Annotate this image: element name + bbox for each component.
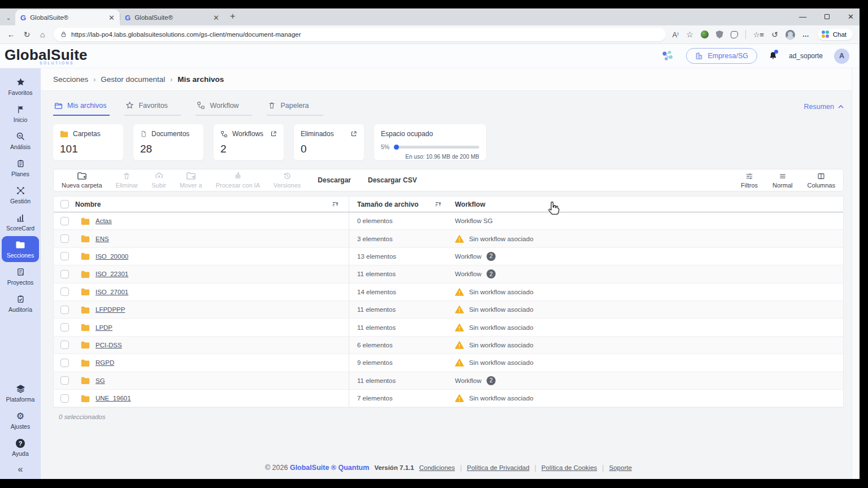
url-text: https://lab-po4.labs.globalsuitesolution… <box>71 31 301 38</box>
more-options-icon[interactable]: … <box>802 30 810 38</box>
folder-link[interactable]: ISO_22301 <box>96 271 128 277</box>
sidebar-item-scorecard[interactable]: ScoreCard <box>2 209 39 235</box>
tab-papelera[interactable]: Papelera <box>267 101 323 116</box>
row-checkbox[interactable] <box>60 323 69 332</box>
row-checkbox[interactable] <box>60 252 69 260</box>
folder-icon <box>81 271 90 278</box>
sidebar-item-secciones[interactable]: Secciones <box>2 236 39 262</box>
back-icon[interactable]: ← <box>7 30 16 39</box>
sidebar-item-auditoria[interactable]: Auditoría <box>2 290 39 316</box>
link-privacidad[interactable]: Política de Privacidad <box>467 464 530 471</box>
upload-button[interactable]: Subir <box>151 172 166 189</box>
breadcrumb-secciones[interactable]: Secciones <box>53 75 88 84</box>
move-to-button[interactable]: Mover a <box>180 172 202 189</box>
folder-link[interactable]: ISO_20000 <box>96 253 128 260</box>
folder-link[interactable]: SG <box>96 377 105 384</box>
apps-cluster-icon[interactable] <box>660 49 675 63</box>
new-tab-button[interactable]: + <box>230 11 235 21</box>
sidebar-item-proyectos[interactable]: Proyectos <box>2 263 39 289</box>
tab-workflow[interactable]: Workflow <box>196 101 252 116</box>
favorite-star-icon[interactable]: ☆ <box>686 30 693 39</box>
folder-link[interactable]: UNE_19601 <box>96 395 131 402</box>
browser-profile-avatar[interactable] <box>785 30 795 40</box>
column-header-tamano[interactable]: Tamaño de archivo <box>357 201 418 208</box>
notifications-bell-icon[interactable] <box>769 51 778 61</box>
folder-link[interactable]: ENS <box>96 236 109 242</box>
cloud-upload-icon <box>154 172 164 180</box>
scrollbar[interactable] <box>852 68 860 479</box>
row-checkbox[interactable] <box>60 394 69 403</box>
browser-tab-2[interactable]: G GlobalSuite® ✕ <box>120 10 224 25</box>
brand-label: GlobalSuite ® Quantum <box>290 464 369 472</box>
refresh-icon[interactable]: ↻ <box>23 30 32 39</box>
sidebar-item-analisis[interactable]: Análisis <box>2 128 39 154</box>
new-folder-button[interactable]: Nueva carpeta <box>62 172 102 189</box>
divider: | <box>535 464 536 472</box>
resumen-toggle[interactable]: Resumen <box>804 103 844 116</box>
select-all-checkbox[interactable] <box>60 200 69 208</box>
row-checkbox[interactable] <box>60 376 69 385</box>
sidebar-item-gestion[interactable]: Gestión <box>2 182 39 208</box>
delete-button[interactable]: Eliminar <box>116 172 138 189</box>
folder-link[interactable]: RGPD <box>96 359 114 366</box>
sort-icon[interactable] <box>434 201 442 208</box>
restore-button[interactable] <box>824 14 830 19</box>
folder-link[interactable]: PCI-DSS <box>96 342 122 348</box>
company-selector-button[interactable]: Empresa/SG <box>686 48 757 64</box>
link-soporte[interactable]: Soporte <box>609 464 632 471</box>
versions-button[interactable]: Versiones <box>274 172 301 189</box>
sidebar-item-ajustes[interactable]: ⚙ Ajustes <box>2 407 39 433</box>
sidebar-item-plataforma[interactable]: Plataforma <box>2 380 39 406</box>
close-window-button[interactable]: ✕ <box>848 12 854 21</box>
link-condiciones[interactable]: Condiciones <box>419 464 455 471</box>
sidebar-item-planes[interactable]: Planes <box>2 155 39 181</box>
sidebar-collapse-button[interactable]: « <box>0 461 41 477</box>
collections-icon[interactable]: ☆≡ <box>753 30 764 39</box>
download-button[interactable]: Descargar <box>318 176 351 184</box>
process-ai-button[interactable]: Procesar con IA <box>216 172 260 189</box>
row-checkbox[interactable] <box>60 234 69 243</box>
minimize-button[interactable]: — <box>799 12 806 21</box>
row-checkbox[interactable] <box>60 270 69 278</box>
extension-icon[interactable] <box>701 30 709 38</box>
external-link-icon[interactable] <box>350 130 357 137</box>
tab-close-icon[interactable]: ✕ <box>213 14 219 22</box>
breadcrumb-gestor-documental[interactable]: Gestor documental <box>101 75 165 84</box>
column-header-workflow[interactable]: Workflow <box>447 197 843 212</box>
browser-tab-1[interactable]: G GlobalSuite® ✕ <box>15 10 120 25</box>
folder-link[interactable]: LFPDPPP <box>96 306 125 313</box>
copilot-chat-button[interactable]: Chat <box>818 29 853 40</box>
sidebar-item-ayuda[interactable]: ? Ayuda <box>2 434 39 460</box>
sidebar-item-inicio[interactable]: Inicio <box>2 101 39 127</box>
adblock-shield-icon[interactable] <box>716 30 723 38</box>
tab-search-chevron-icon[interactable]: ⌄ <box>3 12 14 23</box>
row-checkbox[interactable] <box>60 359 69 367</box>
row-size: 7 elementos <box>349 390 447 407</box>
folder-icon <box>81 341 90 348</box>
tab-close-icon[interactable]: ✕ <box>108 14 115 22</box>
external-link-icon[interactable] <box>270 130 277 137</box>
row-checkbox[interactable] <box>60 217 69 225</box>
folder-link[interactable]: ISO_27001 <box>96 289 128 295</box>
extension-icon[interactable] <box>731 31 738 38</box>
link-cookies[interactable]: Política de Cookies <box>541 464 597 471</box>
history-icon[interactable]: ↺ <box>771 30 778 39</box>
sort-icon[interactable] <box>331 201 340 208</box>
home-icon[interactable]: ⌂ <box>38 30 47 39</box>
read-aloud-icon[interactable]: A⁾ <box>672 30 679 39</box>
columns-button[interactable]: Columnas <box>807 172 835 189</box>
column-header-nombre[interactable]: Nombre <box>75 201 101 208</box>
row-checkbox[interactable] <box>60 341 69 349</box>
sidebar-item-favoritos[interactable]: Favoritos <box>2 73 39 99</box>
download-csv-button[interactable]: Descargar CSV <box>368 176 417 184</box>
tab-mis-archivos[interactable]: Mis archivos <box>53 102 110 116</box>
folder-link[interactable]: LPDP <box>96 324 112 331</box>
filters-button[interactable]: Filtros <box>741 172 758 189</box>
url-field[interactable]: https://lab-po4.labs.globalsuitesolution… <box>54 28 666 41</box>
row-checkbox[interactable] <box>60 306 69 314</box>
folder-link[interactable]: Actas <box>96 217 112 224</box>
density-normal-button[interactable]: Normal <box>772 172 792 189</box>
row-checkbox[interactable] <box>60 287 69 296</box>
tab-favoritos[interactable]: Favoritos <box>124 101 181 116</box>
user-avatar[interactable]: A <box>834 49 849 64</box>
